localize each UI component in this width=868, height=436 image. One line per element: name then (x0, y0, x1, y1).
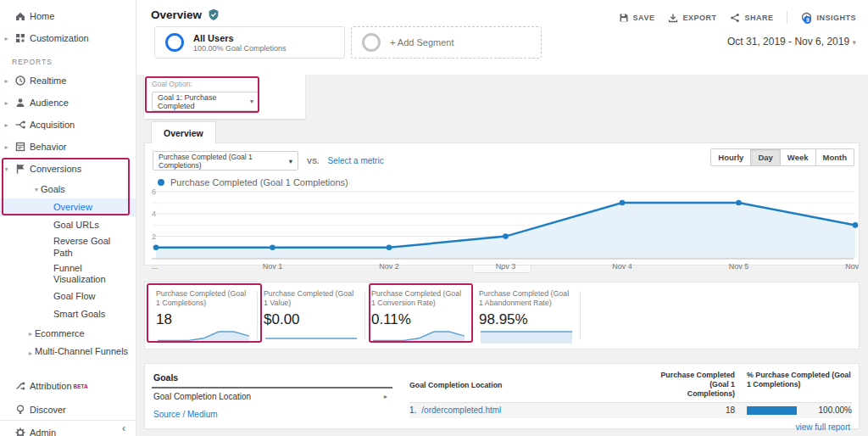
sidebar-item-ecommerce[interactable]: ▸ Ecommerce (0, 323, 136, 344)
realtime-icon (11, 75, 30, 87)
legend-label: Purchase Completed (Goal 1 Completions) (170, 177, 348, 187)
date-range-selector[interactable]: Oct 31, 2019 - Nov 6, 2019 ▾ (727, 36, 856, 48)
tab-overview[interactable]: Overview (151, 121, 216, 143)
svg-text:Nov 2: Nov 2 (379, 262, 399, 270)
scorecard-conversion-rate[interactable]: Purchase Completed (Goal 1 Conversion Ra… (365, 289, 472, 349)
sidebar-item-goal-flow[interactable]: Goal Flow (0, 288, 136, 305)
dimension-source-medium[interactable]: Source / Medium (152, 405, 392, 419)
sidebar-item-funnel-visualization[interactable]: Funnel Visualization (0, 261, 127, 288)
column-header-completions[interactable]: Purchase Completed (Goal 1 Completions) (660, 371, 735, 399)
chart-legend: Purchase Completed (Goal 1 Completions) (145, 170, 859, 187)
scorecard-label: Purchase Completed (Goal 1 Conversion Ra… (371, 289, 466, 310)
toolbar-divider (787, 11, 787, 24)
sidebar-item-discover-label: Discover (30, 405, 66, 415)
segment-all-users[interactable]: All Users 100.00% Goal Completions (154, 26, 345, 59)
goal-option-label: Goal Option: (152, 80, 305, 88)
sidebar-item-home[interactable]: Home (0, 5, 136, 27)
sidebar-item-multi-channel-funnels[interactable]: ▸ Multi-Channel Funnels (0, 344, 134, 371)
goals-dimension-list: Goals Goal Completion Location ▸ Source … (152, 371, 392, 428)
expand-arrow-icon: ▸ (29, 330, 32, 338)
segment-name: All Users (193, 33, 287, 43)
discover-lightbulb-icon (11, 404, 30, 416)
scorecard-abandonment-rate[interactable]: Purchase Completed (Goal 1 Abandonment R… (473, 289, 580, 349)
sidebar-item-conversions[interactable]: ▾ Conversions (0, 158, 136, 180)
scorecard-value[interactable]: Purchase Completed (Goal 1 Value) $0.00 (258, 289, 364, 349)
sidebar-item-smart-goals[interactable]: Smart Goals (0, 305, 136, 323)
sidebar-item-behavior-label: Behavior (30, 142, 66, 152)
sidebar-item-goal-urls[interactable]: Goal URLs (0, 216, 136, 234)
svg-text:Nov 5: Nov 5 (729, 262, 749, 270)
sidebar-collapse-button[interactable]: ‹ (0, 420, 136, 436)
sidebar-item-realtime[interactable]: ▸ Realtime (0, 70, 136, 92)
sidebar-item-home-label: Home (30, 11, 54, 21)
granularity-month-label: Month (823, 153, 848, 162)
home-icon (11, 10, 30, 22)
goals-list-title: Goals (152, 371, 392, 388)
page-title: Overview (151, 8, 202, 21)
acquisition-icon (11, 119, 30, 131)
goal-option-select[interactable]: Goal 1: Purchase Completed ▾ (152, 92, 259, 111)
granularity-week-button[interactable]: Week (781, 148, 816, 166)
export-button[interactable]: EXPORT (668, 13, 716, 23)
svg-text:Nov 4: Nov 4 (612, 262, 632, 270)
sidebar-item-reverse-goal-path[interactable]: Reverse Goal Path (0, 234, 136, 261)
view-full-report-link[interactable]: view full report (796, 422, 850, 432)
svg-text:Nov 6: Nov 6 (845, 262, 859, 270)
chevron-down-icon: ▾ (289, 157, 292, 165)
svg-text:4: 4 (152, 210, 156, 218)
dimension-goal-completion-location[interactable]: Goal Completion Location ▸ (152, 388, 392, 405)
insights-button[interactable]: 9 INSIGHTS (801, 12, 856, 23)
segment-circle-icon (165, 33, 184, 52)
granularity-hourly-button[interactable]: Hourly (710, 148, 751, 166)
sidebar-item-customization-label: Customization (30, 33, 89, 43)
segment-detail: 100.00% Goal Completions (193, 44, 287, 53)
sparkline-chart (156, 329, 251, 344)
granularity-week-label: Week (787, 153, 809, 162)
sidebar-item-goals-overview[interactable]: Overview (0, 198, 136, 216)
timeseries-line-chart[interactable]: 246...Nov 1Nov 2Nov 3Nov 4Nov 5Nov 6 (145, 187, 859, 270)
collapse-arrow-icon: ▾ (35, 186, 38, 193)
export-button-label: EXPORT (682, 14, 716, 22)
granularity-month-button[interactable]: Month (816, 148, 855, 166)
sidebar-item-acquisition-label: Acquisition (30, 120, 75, 130)
sidebar-item-goals[interactable]: ▾ Goals (0, 180, 136, 198)
goal-option-panel: Goal Option: Goal 1: Purchase Completed … (144, 75, 305, 119)
column-header-location[interactable]: Goal Completion Location (409, 371, 660, 399)
export-icon (668, 13, 678, 23)
metric-select[interactable]: Purchase Completed (Goal 1 Completions) … (153, 151, 298, 170)
svg-text:6: 6 (152, 187, 156, 196)
select-a-metric-link[interactable]: Select a metric (328, 156, 384, 165)
customization-icon (11, 32, 30, 44)
chevron-right-icon: ▸ (384, 393, 387, 400)
segment-circle-icon (362, 33, 381, 52)
share-button[interactable]: SHARE (730, 13, 773, 23)
sidebar-item-attribution[interactable]: Attribution BETA (0, 374, 136, 398)
sidebar-item-discover[interactable]: Discover (0, 398, 136, 422)
expand-arrow-icon: ▸ (2, 121, 11, 129)
expand-arrow-icon: ▸ (2, 143, 11, 151)
expand-arrow-icon: ▸ (29, 346, 32, 357)
add-segment-button[interactable]: + Add Segment (351, 26, 542, 59)
sidebar-item-acquisition[interactable]: ▸ Acquisition (0, 114, 136, 136)
column-header-percent[interactable]: % Purchase Completed (Goal 1 Completions… (735, 371, 852, 399)
row-rank: 1. (409, 405, 416, 415)
granularity-day-button[interactable]: Day (751, 148, 780, 166)
sidebar-item-conversions-label: Conversions (30, 164, 81, 174)
granularity-day-label: Day (758, 153, 772, 162)
sidebar-item-audience[interactable]: ▸ Audience (0, 92, 136, 114)
legend-dot-icon (158, 179, 164, 186)
collapse-sidebar-icon: ‹ (122, 422, 125, 434)
sidebar-item-customization[interactable]: ▸ Customization (0, 27, 136, 49)
sidebar-item-goals-overview-label: Overview (53, 202, 92, 214)
sidebar-item-behavior[interactable]: ▸ Behavior (0, 136, 136, 158)
scorecard-label: Purchase Completed (Goal 1 Completions) (156, 289, 251, 310)
sidebar-section-reports: REPORTS (0, 49, 136, 70)
expand-arrow-icon: ▸ (2, 99, 11, 107)
scorecard-completions[interactable]: Purchase Completed (Goal 1 Completions) … (150, 289, 257, 349)
report-toolbar: SAVE EXPORT SHARE 9 INSIGHTS (619, 11, 856, 24)
row-location-link[interactable]: /ordercompleted.html (421, 405, 501, 415)
sidebar-item-multi-channel-funnels-label: Multi-Channel Funnels (35, 346, 128, 358)
conversions-flag-icon (11, 163, 30, 175)
save-button[interactable]: SAVE (619, 13, 655, 23)
sidebar-item-goals-label: Goals (41, 184, 65, 194)
